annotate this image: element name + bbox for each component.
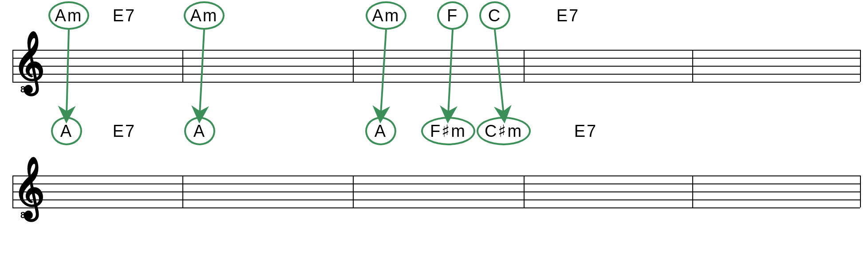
music-diagram: 𝄞8𝄞8AmE7AmAmFCE7AE7AAF♯mC♯mE7 bbox=[0, 0, 868, 255]
substitution-arrow bbox=[67, 30, 69, 115]
substitution-arrow bbox=[448, 30, 453, 115]
arrows-layer bbox=[0, 0, 868, 255]
substitution-arrow bbox=[495, 30, 504, 115]
substitution-arrow bbox=[200, 30, 204, 115]
substitution-arrow bbox=[381, 30, 386, 115]
